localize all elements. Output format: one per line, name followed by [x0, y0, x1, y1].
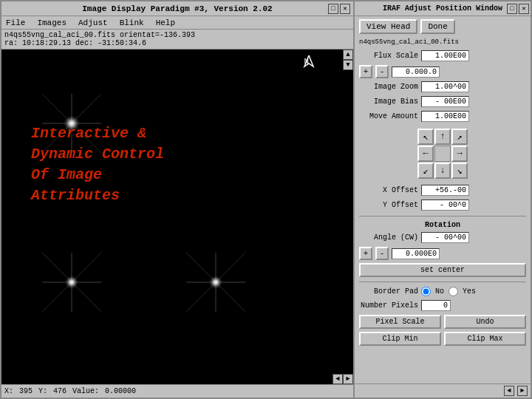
- y-offset-label: Y Offset: [359, 201, 418, 209]
- y-offset-row: Y Offset: [359, 200, 526, 211]
- border-yes-label[interactable]: Yes: [463, 287, 476, 296]
- pixel-undo-row: Pixel Scale Undo: [359, 315, 526, 329]
- right-filename: n4qs55vng_cal_aci_00.fits: [359, 38, 526, 46]
- flux-extra-input[interactable]: [392, 66, 440, 78]
- angle-extra-input[interactable]: [392, 248, 440, 259]
- image-canvas[interactable]: N: [1, 50, 353, 384]
- flux-extra-row: + -: [359, 65, 526, 78]
- north-arrow-svg: [298, 53, 320, 79]
- flux-scale-row: Flux Scale: [359, 50, 526, 61]
- right-scroll-right[interactable]: ►: [517, 386, 528, 396]
- y-label: Y:: [38, 387, 47, 395]
- undo-button[interactable]: Undo: [444, 315, 526, 329]
- number-pixels-row: Number Pixels: [359, 300, 526, 311]
- angle-extra-row: + -: [359, 247, 526, 260]
- border-divider: [359, 282, 526, 282]
- image-bias-row: Image Bias: [359, 96, 526, 107]
- image-bias-label: Image Bias: [359, 98, 418, 106]
- arrow-grid-container: ↖ ↑ ↗ ← → ↙ ↓ ↘: [359, 127, 526, 180]
- angle-plus-btn[interactable]: +: [359, 247, 372, 260]
- info-line2: ra: 10:18:29.13 dec: -31:50:34.6: [4, 39, 350, 47]
- top-button-row: View Head Done: [359, 19, 526, 34]
- north-label: N: [304, 57, 309, 66]
- x-offset-row: X Offset: [359, 185, 526, 196]
- menu-blink[interactable]: Blink: [118, 18, 146, 27]
- set-center-button[interactable]: set center: [359, 263, 526, 277]
- image-zoom-label: Image Zoom: [359, 83, 418, 91]
- clip-min-button[interactable]: Clip Min: [359, 332, 441, 346]
- left-title: Image Display Paradigm #3, Version 2.02: [82, 4, 272, 13]
- arrow-upleft[interactable]: ↖: [417, 129, 434, 145]
- border-radio-group: No Yes: [421, 287, 476, 296]
- left-close-btn[interactable]: ✕: [340, 4, 350, 14]
- image-bias-input[interactable]: [421, 96, 469, 107]
- border-yes-radio[interactable]: [449, 287, 458, 296]
- menu-file[interactable]: File: [4, 18, 27, 27]
- pixel-scale-button[interactable]: Pixel Scale: [359, 315, 441, 329]
- menu-adjust[interactable]: Adjust: [77, 18, 109, 27]
- left-minimize-btn[interactable]: □: [328, 4, 338, 14]
- flux-scale-label: Flux Scale: [359, 52, 418, 60]
- flux-minus-btn[interactable]: -: [375, 65, 389, 78]
- arrow-left[interactable]: ←: [417, 146, 434, 162]
- border-pad-row: Border Pad No Yes: [359, 287, 526, 296]
- number-pixels-label: Number Pixels: [359, 301, 418, 310]
- rotation-divider: [359, 216, 526, 216]
- interactive-text: Interactive &Dynamic ControlOf ImageAttr…: [31, 123, 164, 206]
- right-content: View Head Done n4qs55vng_cal_aci_00.fits…: [355, 16, 531, 383]
- svg-point-9: [64, 275, 79, 290]
- arrow-downleft[interactable]: ↙: [417, 163, 434, 179]
- clip-max-button[interactable]: Clip Max: [444, 332, 526, 346]
- y-offset-input[interactable]: [421, 200, 469, 211]
- info-bar: n4qs55vng_cal_aci_00.fits orientat=-136.…: [1, 30, 353, 50]
- right-minimize-btn[interactable]: □: [507, 4, 517, 14]
- right-win-buttons: □ ✕: [507, 4, 529, 14]
- menu-help[interactable]: Help: [154, 18, 177, 27]
- info-line1: n4qs55vng_cal_aci_00.fits orientat=-136.…: [4, 31, 350, 39]
- angle-minus-btn[interactable]: -: [375, 247, 389, 260]
- val-value: 0.00000: [105, 387, 136, 395]
- scroll-down-btn[interactable]: ▼: [343, 60, 353, 70]
- scroll-left-btn[interactable]: ◄: [332, 374, 343, 384]
- menu-images[interactable]: Images: [35, 18, 68, 27]
- left-titlebar: Image Display Paradigm #3, Version 2.02 …: [1, 1, 353, 16]
- adjust-position-panel: IRAF Adjust Position Window □ ✕ View Hea…: [355, 0, 532, 399]
- right-statusbar: ◄ ►: [355, 383, 531, 398]
- angle-label: Angle (CW): [359, 233, 418, 242]
- arrow-up[interactable]: ↑: [434, 129, 451, 145]
- move-amount-input[interactable]: [421, 111, 469, 122]
- flux-plus-btn[interactable]: +: [359, 65, 372, 78]
- arrow-down[interactable]: ↓: [434, 163, 451, 179]
- angle-input[interactable]: [421, 232, 469, 243]
- border-pad-label: Border Pad: [359, 287, 418, 296]
- image-zoom-input[interactable]: [421, 81, 469, 92]
- right-close-btn[interactable]: ✕: [519, 4, 529, 14]
- arrow-downright[interactable]: ↘: [451, 163, 468, 179]
- scroll-controls: ◄ ►: [332, 374, 353, 384]
- rotation-label: Rotation: [359, 221, 526, 229]
- arrow-upright[interactable]: ↗: [451, 129, 468, 145]
- border-no-radio[interactable]: [421, 287, 431, 296]
- svg-point-14: [208, 275, 223, 290]
- arrow-center: [434, 146, 451, 162]
- border-no-label[interactable]: No: [435, 287, 444, 296]
- scroll-right-btn[interactable]: ►: [343, 374, 353, 384]
- val-label: Value:: [72, 387, 99, 395]
- view-head-button[interactable]: View Head: [359, 19, 417, 34]
- scroll-up-btn[interactable]: ▲: [343, 50, 353, 60]
- x-offset-input[interactable]: [421, 185, 469, 196]
- right-titlebar: IRAF Adjust Position Window □ ✕: [355, 1, 531, 16]
- arrow-grid: ↖ ↑ ↗ ← → ↙ ↓ ↘: [417, 129, 468, 179]
- left-win-buttons: □ ✕: [328, 4, 350, 14]
- done-button[interactable]: Done: [420, 19, 454, 34]
- arrow-right[interactable]: →: [451, 146, 468, 162]
- right-scroll-left[interactable]: ◄: [504, 386, 514, 396]
- flux-scale-input[interactable]: [421, 50, 469, 61]
- status-bar: X: 395 Y: 476 Value: 0.00000: [1, 384, 353, 398]
- image-display-panel: Image Display Paradigm #3, Version 2.02 …: [0, 0, 355, 399]
- number-pixels-input[interactable]: [421, 300, 451, 311]
- y-value: 476: [53, 387, 66, 395]
- angle-row: Angle (CW): [359, 232, 526, 243]
- image-zoom-row: Image Zoom: [359, 81, 526, 92]
- menubar: File Images Adjust Blink Help: [1, 16, 353, 30]
